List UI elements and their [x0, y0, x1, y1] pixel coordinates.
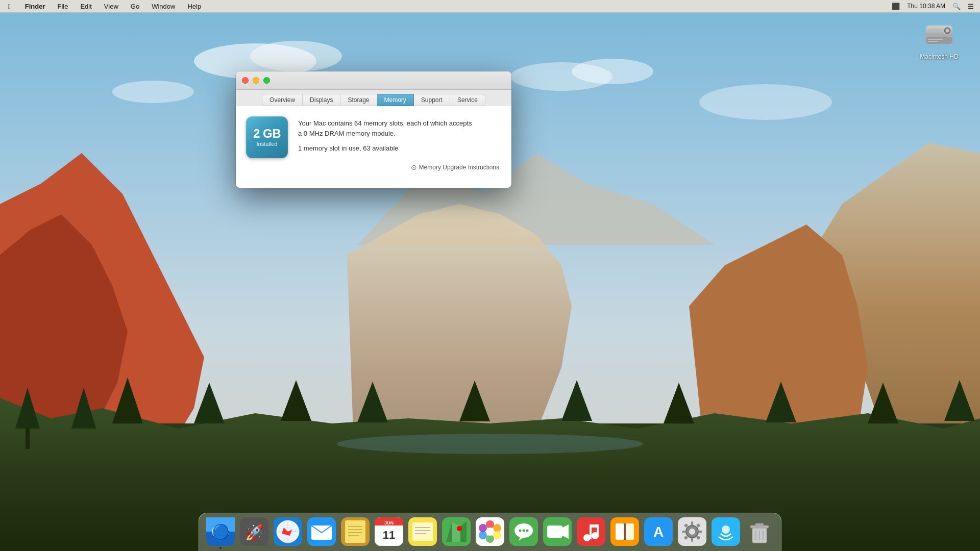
svg-rect-112 — [698, 531, 702, 533]
hd-svg — [924, 19, 954, 50]
svg-point-118 — [722, 525, 730, 534]
svg-text:🚀: 🚀 — [245, 523, 264, 542]
memory-section: 2 GB Installed Your Mac contains 64 memo… — [246, 116, 501, 158]
svg-text:A: A — [653, 524, 664, 540]
svg-rect-99 — [597, 524, 599, 537]
svg-point-84 — [486, 528, 494, 536]
dock-system-preferences[interactable] — [677, 516, 707, 547]
dock-finder[interactable]: 🔵 — [205, 516, 236, 547]
memory-size: 2 GB — [253, 128, 281, 140]
svg-point-108 — [689, 529, 695, 535]
dock-maps[interactable] — [441, 516, 472, 547]
svg-rect-34 — [928, 29, 940, 30]
svg-rect-101 — [616, 523, 624, 540]
tab-storage[interactable]: Storage — [340, 94, 377, 106]
svg-point-81 — [486, 535, 494, 543]
menubar:  Finder File Edit View Go Window Help ⬛… — [0, 0, 980, 13]
svg-point-79 — [493, 524, 501, 532]
svg-rect-110 — [691, 538, 693, 542]
menubar-right: ⬛ Thu 10:38 AM 🔍 ☰ — [892, 3, 974, 10]
svg-rect-122 — [755, 523, 764, 526]
menubar-file[interactable]: File — [55, 3, 70, 10]
apple-menu[interactable]:  — [6, 3, 13, 10]
svg-point-80 — [493, 531, 501, 539]
tab-service[interactable]: Service — [450, 94, 485, 106]
dock-facetime[interactable] — [542, 516, 573, 547]
spotlight-icon[interactable]: 🔍 — [952, 3, 961, 10]
svg-point-89 — [523, 530, 525, 532]
dock-launchpad[interactable]: 🚀 — [239, 516, 270, 547]
svg-rect-68 — [412, 522, 433, 541]
menubar-finder[interactable]: Finder — [23, 3, 47, 10]
svg-rect-35 — [928, 39, 943, 40]
svg-rect-39 — [206, 517, 235, 523]
macintosh-hd-icon[interactable]: Macintosh HD — [919, 18, 960, 60]
dock-books[interactable] — [609, 516, 640, 547]
tab-displays[interactable]: Displays — [303, 94, 340, 106]
svg-rect-31 — [926, 37, 952, 44]
dock-music[interactable] — [576, 516, 606, 547]
dock-safari[interactable] — [273, 516, 303, 547]
system-info-window: Overview Displays Storage Memory Support… — [236, 71, 511, 188]
tab-overview[interactable]: Overview — [262, 94, 303, 106]
window-content: 2 GB Installed Your Mac contains 64 memo… — [236, 106, 511, 188]
dock-trash[interactable] — [744, 516, 775, 547]
svg-point-95 — [583, 534, 591, 541]
tab-bar: Overview Displays Storage Memory Support… — [236, 90, 511, 106]
dock-messages[interactable] — [508, 516, 539, 547]
dock-mail[interactable] — [306, 516, 337, 547]
menubar-left:  Finder File Edit View Go Window Help — [6, 3, 203, 10]
dock-notes[interactable] — [407, 516, 438, 547]
svg-point-83 — [479, 524, 487, 532]
svg-point-82 — [479, 531, 487, 539]
maximize-button[interactable] — [263, 77, 270, 84]
svg-rect-92 — [547, 525, 562, 538]
dock-appstore[interactable]: A — [643, 516, 674, 547]
svg-point-88 — [519, 530, 522, 532]
svg-text:🔵: 🔵 — [212, 523, 230, 540]
airplay-icon[interactable]: ⬛ — [892, 3, 900, 10]
dock-calendar[interactable]: 11 JUN — [374, 516, 404, 547]
close-button[interactable] — [242, 77, 249, 84]
menubar-edit[interactable]: Edit — [78, 3, 93, 10]
memory-info: Your Mac contains 64 memory slots, each … — [298, 116, 472, 152]
desktop:  Finder File Edit View Go Window Help ⬛… — [0, 0, 980, 551]
menubar-view[interactable]: View — [102, 3, 120, 10]
dock-photos[interactable] — [475, 516, 505, 547]
memory-description: Your Mac contains 64 memory slots, each … — [298, 118, 472, 138]
upgrade-link-text[interactable]: Memory Upgrade Instructions — [419, 164, 499, 171]
svg-point-28 — [112, 81, 194, 103]
minimize-button[interactable] — [253, 77, 259, 84]
menubar-clock: Thu 10:38 AM — [907, 3, 945, 10]
memory-badge: 2 GB Installed — [246, 116, 288, 158]
dock-airdrop[interactable] — [710, 516, 741, 547]
svg-rect-103 — [624, 523, 626, 540]
svg-rect-36 — [928, 41, 938, 42]
svg-point-27 — [699, 84, 832, 120]
menubar-go[interactable]: Go — [129, 3, 141, 10]
menubar-help[interactable]: Help — [185, 3, 203, 10]
notification-center-icon[interactable]: ☰ — [968, 3, 974, 10]
hd-label: Macintosh HD — [920, 53, 958, 60]
hd-icon-image — [923, 18, 955, 51]
svg-point-90 — [526, 530, 529, 532]
svg-point-78 — [486, 520, 494, 529]
svg-point-33 — [946, 29, 949, 32]
upgrade-link[interactable]: ⊙ Memory Upgrade Instructions — [246, 158, 501, 173]
tab-support[interactable]: Support — [414, 94, 450, 106]
svg-rect-102 — [626, 523, 634, 540]
svg-text:JUN: JUN — [384, 520, 394, 525]
dock-notefile[interactable] — [340, 516, 371, 547]
dock: 🔵 🚀 — [199, 513, 781, 551]
svg-point-22 — [337, 434, 643, 454]
memory-slots-info: 1 memory slot in use, 63 available — [298, 144, 472, 152]
memory-installed-label: Installed — [257, 141, 278, 147]
svg-rect-57 — [345, 520, 365, 543]
finder-dot — [219, 547, 222, 549]
svg-rect-111 — [682, 531, 686, 533]
tab-memory[interactable]: Memory — [377, 94, 414, 106]
svg-rect-109 — [691, 521, 693, 525]
menubar-window[interactable]: Window — [150, 3, 177, 10]
svg-point-26 — [572, 59, 653, 84]
upgrade-icon: ⊙ — [411, 163, 417, 171]
